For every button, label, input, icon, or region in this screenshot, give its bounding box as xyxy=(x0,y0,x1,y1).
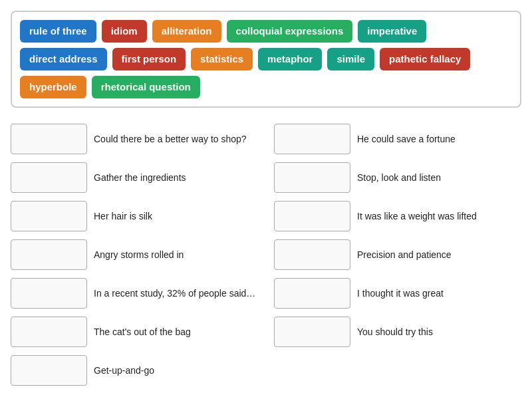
drop-box-lq3[interactable] xyxy=(11,201,87,231)
tag-direct-address[interactable]: direct address xyxy=(20,48,107,70)
match-text: You should try this xyxy=(357,326,433,338)
tag-hyperbole[interactable]: hyperbole xyxy=(20,76,86,98)
left-column: Could there be a better way to shop?Gath… xyxy=(11,124,258,386)
tag-metaphor[interactable]: metaphor xyxy=(258,48,322,70)
match-row: Gather the ingredients xyxy=(11,162,258,193)
match-text: Gather the ingredients xyxy=(94,172,186,184)
tag-colloquial-expressions[interactable]: colloquial expressions xyxy=(227,20,353,43)
drop-box-rq5[interactable] xyxy=(274,278,350,309)
drop-box-rq4[interactable] xyxy=(274,239,350,270)
tag-idiom[interactable]: idiom xyxy=(102,20,147,43)
match-row: Her hair is silk xyxy=(11,201,258,231)
tag-alliteration[interactable]: alliteration xyxy=(152,20,221,43)
match-row: It was like a weight was lifted xyxy=(274,201,521,231)
drop-box-rq3[interactable] xyxy=(274,201,350,231)
match-text: Her hair is silk xyxy=(94,210,152,223)
match-text: Could there be a better way to shop? xyxy=(94,133,247,146)
tag-rhetorical-question[interactable]: rhetorical question xyxy=(92,76,200,98)
match-text: Stop, look and listen xyxy=(357,172,441,184)
drop-box-lq5[interactable] xyxy=(11,278,87,309)
right-column: He could save a fortuneStop, look and li… xyxy=(274,124,521,386)
match-text: Angry storms rolled in xyxy=(94,249,184,261)
drop-box-lq1[interactable] xyxy=(11,124,87,154)
match-text: The cat's out of the bag xyxy=(94,326,191,338)
match-text: Get-up-and-go xyxy=(94,364,154,377)
drop-box-lq2[interactable] xyxy=(11,162,87,193)
tag-first-person[interactable]: first person xyxy=(112,48,186,70)
tag-statistics[interactable]: statistics xyxy=(191,48,253,70)
match-text: He could save a fortune xyxy=(357,133,456,146)
match-row: Precision and patience xyxy=(274,239,521,270)
match-row: Could there be a better way to shop? xyxy=(11,124,258,154)
drop-box-lq7[interactable] xyxy=(11,355,87,386)
match-row: In a recent study, 32% of people said… xyxy=(11,278,258,309)
drop-box-rq2[interactable] xyxy=(274,162,350,193)
tag-pathetic-fallacy[interactable]: pathetic fallacy xyxy=(380,48,470,70)
drop-box-rq1[interactable] xyxy=(274,124,350,154)
match-row: I thought it was great xyxy=(274,278,521,309)
match-row: Get-up-and-go xyxy=(11,355,258,386)
tag-imperative[interactable]: imperative xyxy=(358,20,426,43)
match-row: Stop, look and listen xyxy=(274,162,521,193)
match-row: He could save a fortune xyxy=(274,124,521,154)
tag-simile[interactable]: simile xyxy=(327,48,374,70)
match-row: The cat's out of the bag xyxy=(11,317,258,347)
match-text: I thought it was great xyxy=(357,287,444,300)
drop-box-lq4[interactable] xyxy=(11,239,87,270)
drop-box-rq6[interactable] xyxy=(274,317,350,347)
match-row: You should try this xyxy=(274,317,521,347)
exercise: Could there be a better way to shop?Gath… xyxy=(11,124,521,386)
tag-bank: rule of threeidiomalliterationcolloquial… xyxy=(11,11,521,108)
match-text: It was like a weight was lifted xyxy=(357,210,477,223)
match-text: Precision and patience xyxy=(357,249,452,261)
drop-box-lq6[interactable] xyxy=(11,317,87,347)
match-row: Angry storms rolled in xyxy=(11,239,258,270)
match-text: In a recent study, 32% of people said… xyxy=(94,287,255,300)
tag-rule-of-three[interactable]: rule of three xyxy=(20,20,96,43)
